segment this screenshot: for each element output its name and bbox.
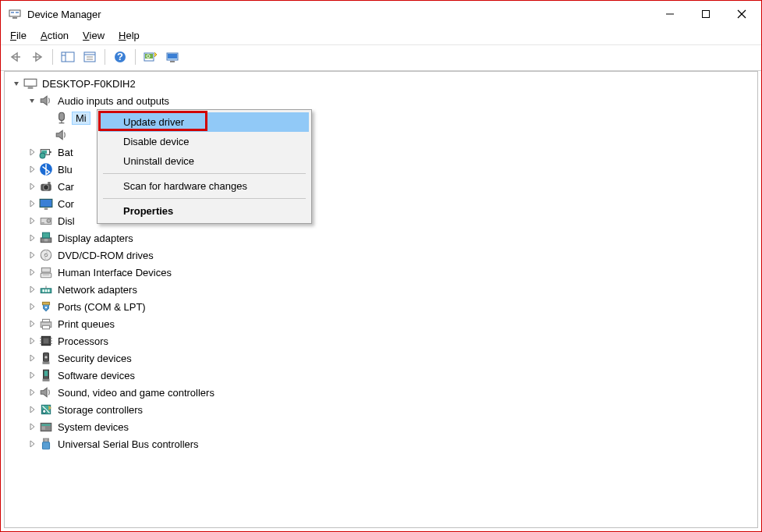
svg-point-76 bbox=[43, 410, 47, 413]
tree-category[interactable]: Security devices bbox=[8, 349, 757, 367]
tree-device-label: Mi bbox=[72, 112, 90, 125]
tree-category[interactable]: Human Interface Devices bbox=[8, 264, 757, 281]
chevron-right-icon[interactable] bbox=[27, 147, 37, 158]
tree-category[interactable]: Software devices bbox=[8, 367, 757, 384]
svg-text:?: ? bbox=[117, 51, 123, 62]
scan-button[interactable] bbox=[142, 48, 159, 66]
chevron-down-icon[interactable] bbox=[11, 78, 22, 89]
tree-category-label: System devices bbox=[56, 421, 130, 433]
tree-category-label: Processors bbox=[56, 335, 110, 347]
tree-category[interactable]: Display adapters bbox=[8, 229, 757, 246]
tree-root[interactable]: DESKTOP-F0KDIH2 bbox=[8, 75, 757, 92]
chevron-right-icon[interactable] bbox=[27, 318, 37, 329]
chevron-down-icon[interactable] bbox=[27, 95, 37, 106]
svg-point-33 bbox=[40, 153, 45, 158]
window-title: Device Manager bbox=[27, 9, 652, 20]
maximize-button[interactable] bbox=[688, 2, 724, 26]
toolbar-separator bbox=[105, 49, 105, 65]
chevron-right-icon[interactable] bbox=[27, 387, 37, 398]
tree-category[interactable]: Sound, video and game controllers bbox=[8, 384, 757, 401]
ctx-disable-device[interactable]: Disable device bbox=[100, 132, 309, 151]
monitor-icon bbox=[39, 197, 53, 211]
chevron-right-icon[interactable] bbox=[27, 404, 37, 415]
tree-category[interactable]: Network adapters bbox=[8, 281, 757, 298]
tree-panel[interactable]: DESKTOP-F0KDIH2 Audio inputs and outputs… bbox=[4, 71, 758, 528]
chevron-right-icon[interactable] bbox=[27, 181, 37, 192]
svg-rect-59 bbox=[43, 319, 50, 321]
tree-category[interactable]: Universal Serial Bus controllers bbox=[8, 435, 757, 452]
device-manager-icon bbox=[9, 8, 21, 20]
ctx-separator bbox=[103, 173, 306, 174]
svg-point-70 bbox=[44, 356, 47, 358]
ctx-uninstall-device[interactable]: Uninstall device bbox=[100, 151, 309, 171]
properties-button[interactable] bbox=[81, 48, 98, 66]
svg-rect-44 bbox=[43, 232, 50, 238]
tree-category-label: Ports (COM & LPT) bbox=[56, 301, 147, 313]
tree-category-label: Sound, video and game controllers bbox=[56, 387, 216, 399]
svg-rect-52 bbox=[43, 289, 44, 292]
security-icon bbox=[39, 351, 53, 365]
svg-rect-74 bbox=[43, 379, 50, 381]
svg-rect-37 bbox=[48, 182, 50, 183]
chevron-right-icon[interactable] bbox=[27, 198, 37, 209]
toolbar-separator bbox=[135, 49, 136, 65]
menu-view[interactable]: View bbox=[83, 30, 105, 41]
menu-action[interactable]: Action bbox=[41, 30, 69, 41]
tree-category[interactable]: Print queues bbox=[8, 315, 757, 332]
context-menu: Update driver Disable device Uninstall d… bbox=[97, 109, 312, 224]
minimize-button[interactable] bbox=[652, 2, 688, 26]
tree-category-label: Software devices bbox=[56, 370, 136, 381]
chevron-right-icon[interactable] bbox=[27, 438, 37, 449]
tree-category-audio[interactable]: Audio inputs and outputs bbox=[8, 92, 757, 109]
ctx-scan-hardware[interactable]: Scan for hardware changes bbox=[100, 176, 309, 196]
tree-category-label: Cor bbox=[56, 198, 76, 210]
ctx-update-driver[interactable]: Update driver bbox=[100, 112, 309, 132]
menu-file[interactable]: File bbox=[10, 30, 27, 41]
camera-icon bbox=[39, 179, 53, 193]
tree-category-label: Disl bbox=[56, 215, 76, 227]
close-button[interactable] bbox=[724, 2, 760, 26]
svg-rect-10 bbox=[62, 52, 74, 62]
tree-category[interactable]: System devices bbox=[8, 418, 757, 435]
back-button[interactable] bbox=[7, 48, 24, 66]
chevron-right-icon[interactable] bbox=[27, 335, 37, 346]
svg-rect-84 bbox=[47, 439, 48, 441]
chevron-right-icon[interactable] bbox=[27, 164, 37, 175]
tree-category[interactable]: DVD/CD-ROM drives bbox=[8, 246, 757, 264]
menu-help[interactable]: Help bbox=[119, 30, 140, 41]
titlebar: Device Manager bbox=[1, 1, 761, 27]
chevron-right-icon[interactable] bbox=[27, 250, 37, 261]
ctx-properties[interactable]: Properties bbox=[100, 201, 309, 221]
tree-category[interactable]: Storage controllers bbox=[8, 401, 757, 418]
chevron-right-icon[interactable] bbox=[27, 370, 37, 381]
forward-button[interactable] bbox=[29, 48, 46, 66]
chevron-right-icon[interactable] bbox=[27, 353, 37, 364]
tree-category-label: Blu bbox=[56, 164, 74, 176]
chevron-right-icon[interactable] bbox=[27, 267, 37, 278]
chevron-right-icon[interactable] bbox=[27, 301, 37, 312]
chevron-right-icon[interactable] bbox=[27, 284, 37, 295]
help-button[interactable]: ? bbox=[112, 48, 129, 66]
tree-category[interactable]: Processors bbox=[8, 332, 757, 349]
chevron-right-icon[interactable] bbox=[27, 421, 37, 432]
processor-icon bbox=[39, 334, 53, 348]
tree-category[interactable]: Ports (COM & LPT) bbox=[8, 298, 757, 315]
usb-icon bbox=[39, 437, 53, 451]
printer-icon bbox=[39, 317, 53, 331]
svg-rect-78 bbox=[41, 424, 50, 426]
tree-category-label: Bat bbox=[56, 147, 75, 158]
svg-rect-83 bbox=[44, 439, 45, 441]
tree-category-label: Car bbox=[56, 181, 76, 193]
battery-icon bbox=[39, 145, 53, 159]
svg-point-36 bbox=[44, 185, 49, 190]
port-icon bbox=[39, 300, 53, 314]
svg-rect-1 bbox=[11, 12, 14, 13]
devices-button[interactable] bbox=[164, 48, 181, 66]
chevron-right-icon[interactable] bbox=[27, 232, 37, 243]
svg-rect-73 bbox=[44, 371, 48, 376]
svg-rect-38 bbox=[40, 199, 52, 207]
show-hide-button[interactable] bbox=[59, 48, 76, 66]
svg-rect-5 bbox=[703, 11, 710, 18]
chevron-right-icon[interactable] bbox=[27, 215, 37, 226]
sound-icon bbox=[39, 385, 53, 399]
